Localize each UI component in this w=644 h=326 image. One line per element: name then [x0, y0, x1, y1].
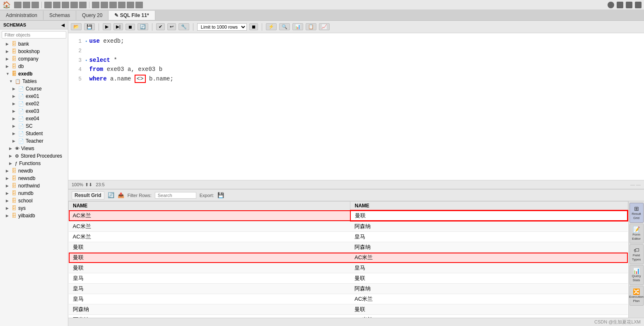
query-stats-btn[interactable]: 📊 QueryStats [630, 265, 644, 285]
sidebar-item-student[interactable]: ▶ 📄 Student [0, 130, 68, 137]
save-button[interactable]: 💾 [84, 23, 95, 30]
result-grid-tab[interactable]: Result Grid [72, 191, 104, 199]
arrow-icon: ▶ [6, 184, 10, 188]
sidebar-item-exedb[interactable]: ▼ 🗄 exedb [0, 70, 68, 78]
filter-input[interactable] [2, 31, 66, 39]
tree-label: bank [18, 41, 29, 47]
table-cell-col1: 皇马 [69, 294, 350, 304]
toolbar-icon-12[interactable] [118, 2, 125, 8]
toolbar-icon-10[interactable] [101, 2, 108, 8]
arrow-icon: ▶ [12, 117, 17, 121]
sidebar-item-yilbaidb[interactable]: ▶ 🗄 yilbaidb [0, 212, 68, 219]
collapse-icon[interactable]: ◀ [61, 23, 65, 27]
toolbar-icon-7[interactable] [70, 2, 78, 8]
tree-label: school [18, 198, 33, 204]
arrow-icon: ▶ [6, 214, 10, 218]
explain4-button[interactable]: 📋 [306, 23, 316, 30]
execute-current-button[interactable]: ▶| [113, 23, 123, 30]
sql-editor[interactable]: 1 • use exedb; 2 • 3 • select * [68, 33, 644, 180]
line-content-2 [89, 46, 93, 55]
db-icon: 🗄 [12, 63, 17, 69]
toolbar-icon-6[interactable] [62, 2, 69, 8]
format-button[interactable]: 🔧 [178, 23, 189, 30]
arrow-icon: ▶ [6, 206, 10, 210]
toolbar-icon-5[interactable] [53, 2, 60, 8]
sidebar-item-bookshop[interactable]: ▶ 🗄 bookshop [0, 48, 68, 55]
toolbar-icon-11[interactable] [109, 2, 117, 8]
right-panel: 📂 💾 ▶ ▶| ⏹ 🔄 ✔ ↩ 🔧 Limit to 1000 rows ◼ … [68, 21, 644, 326]
sidebar-item-sys[interactable]: ▶ 🗄 sys [0, 204, 68, 212]
open-file-button[interactable]: 📂 [71, 23, 82, 30]
sidebar-item-bank[interactable]: ▶ 🗄 bank [0, 40, 68, 48]
form-editor-btn[interactable]: 📝 FormEditor [630, 224, 644, 243]
layout3-icon[interactable] [635, 2, 642, 8]
sidebar-header: SCHEMAS ◀ [0, 21, 68, 29]
limit-btn1[interactable]: ◼ [249, 23, 258, 30]
tab-schemas[interactable]: Schemas [43, 11, 76, 20]
home-icon[interactable]: 🏠 [2, 1, 11, 9]
funcs-icon: ƒ [15, 161, 17, 166]
sidebar-item-exe03[interactable]: ▶ 📄 exe03 [0, 107, 68, 115]
table-cell-col1: 皇马 [69, 284, 350, 294]
code-line-5: 5 • where a.name <> b.name; [68, 74, 644, 84]
rollback-button[interactable]: ↩ [167, 23, 176, 30]
result-grid-btn[interactable]: ⊞ ResultGrid [630, 203, 644, 223]
export-file-icon[interactable]: 💾 [217, 192, 224, 198]
sidebar-item-school[interactable]: ▶ 🗄 school [0, 197, 68, 204]
export-icon[interactable]: 📤 [118, 192, 124, 198]
toolbar-icon-3[interactable] [31, 2, 39, 8]
tree-label: SC [26, 123, 33, 129]
toolbar-icon-8[interactable] [79, 2, 87, 8]
limit-select[interactable]: Limit to 1000 rows [197, 23, 247, 31]
filter-rows-input[interactable] [155, 192, 196, 199]
sidebar-item-sc[interactable]: ▶ 📄 SC [0, 122, 68, 130]
refresh-button[interactable]: 🔄 [137, 23, 148, 30]
toolbar-icon-1[interactable] [14, 2, 22, 8]
refresh-icon[interactable]: 🔄 [108, 192, 114, 198]
sidebar-item-exe01[interactable]: ▶ 📄 exe01 [0, 92, 68, 100]
settings-icon[interactable] [608, 2, 614, 8]
toolbar-icon-14[interactable] [135, 2, 143, 8]
layout-icon[interactable] [617, 2, 623, 8]
sidebar-item-teacher[interactable]: ▶ 📄 Teacher [0, 137, 68, 145]
tab-sqlfile[interactable]: ✎ SQL File 11* [109, 11, 155, 20]
explain-button[interactable]: ⚡ [266, 23, 277, 30]
stop-button[interactable]: ⏹ [125, 24, 135, 30]
sidebar-item-course[interactable]: ▶ 📄 Course [0, 85, 68, 92]
tab-query20[interactable]: Query 20 [76, 11, 109, 20]
explain5-button[interactable]: 📈 [319, 23, 330, 30]
tree-label: newdb [18, 168, 33, 174]
sidebar-item-views[interactable]: ▶ 👁 Views [0, 145, 68, 152]
sidebar-item-northwind[interactable]: ▶ 🗄 northwind [0, 182, 68, 190]
tab-administration[interactable]: Administration [0, 11, 43, 20]
toolbar-icon-4[interactable] [44, 2, 52, 8]
execute-button[interactable]: ▶ [103, 23, 111, 30]
procs-icon: ⚙ [15, 153, 19, 159]
explain2-button[interactable]: 🔍 [279, 23, 290, 30]
line-number-1: 1 [72, 37, 82, 46]
toolbar-icon-2[interactable] [23, 2, 30, 8]
exec-plan-btn[interactable]: 🔀 ExecutionPlan [630, 286, 644, 306]
filter-rows-label: Filter Rows: [128, 193, 152, 198]
sidebar-item-newsdb[interactable]: ▶ 🗄 newsdb [0, 175, 68, 182]
layout2-icon[interactable] [626, 2, 632, 8]
arrow-icon: ▶ [12, 102, 17, 106]
toolbar-icon-13[interactable] [127, 2, 134, 8]
sidebar-item-db[interactable]: ▶ 🗄 db [0, 63, 68, 70]
tree-label: sys [18, 205, 26, 211]
tree-label: exe02 [26, 101, 39, 107]
sidebar-item-stored-procedures[interactable]: ▶ ⚙ Stored Procedures [0, 152, 68, 160]
sidebar-item-company[interactable]: ▶ 🗄 company [0, 55, 68, 63]
field-types-btn[interactable]: 🏷 FieldTypes [630, 244, 644, 264]
sidebar-item-exe04[interactable]: ▶ 📄 exe04 [0, 115, 68, 122]
commit-button[interactable]: ✔ [156, 23, 165, 30]
sidebar-item-numdb[interactable]: ▶ 🗄 numdb [0, 190, 68, 197]
toolbar-icon-9[interactable] [92, 2, 99, 8]
arrow-icon: ▶ [12, 131, 17, 136]
explain3-button[interactable]: 📊 [292, 23, 303, 30]
sidebar-item-newdb[interactable]: ▶ 🗄 newdb [0, 167, 68, 175]
sidebar-item-functions[interactable]: ▶ ƒ Functions [0, 160, 68, 167]
sidebar-item-exe02[interactable]: ▶ 📄 exe02 [0, 100, 68, 107]
table-cell-col2: 曼联 [350, 210, 628, 221]
sidebar-item-tables[interactable]: ▼ 📋 Tables [0, 78, 68, 85]
